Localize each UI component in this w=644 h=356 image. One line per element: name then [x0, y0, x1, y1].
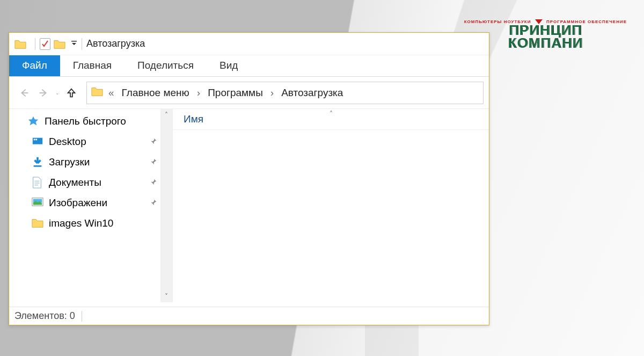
star-pin-icon — [27, 115, 39, 127]
svg-rect-3 — [35, 139, 37, 141]
sidebar-label: Загрузки — [49, 156, 90, 168]
desktop-icon — [32, 136, 43, 148]
sort-indicator-icon[interactable]: ˄ — [330, 110, 333, 118]
separator — [82, 311, 82, 322]
svg-rect-1 — [33, 138, 42, 144]
breadcrumb-overflow[interactable]: « — [108, 87, 114, 99]
breadcrumb-item[interactable]: Программы — [206, 86, 265, 100]
status-bar: Элементов: 0 — [9, 307, 489, 325]
tab-home[interactable]: Главная — [60, 55, 125, 76]
sidebar-label: Панель быстрого — [45, 115, 126, 127]
status-label: Элементов: — [14, 310, 67, 322]
pin-icon[interactable] — [150, 156, 157, 168]
column-label: Имя — [184, 113, 203, 125]
sidebar-item-downloads[interactable]: Загрузки — [9, 152, 172, 172]
document-icon — [32, 177, 43, 188]
sidebar-item-documents[interactable]: Документы — [9, 172, 172, 193]
properties-icon[interactable] — [40, 38, 50, 50]
tab-file[interactable]: Файл — [9, 55, 60, 76]
nav-forward-button[interactable] — [34, 83, 53, 103]
title-bar[interactable]: Автозагрузка — [9, 33, 489, 55]
breadcrumb-item[interactable]: Автозагрузка — [279, 86, 345, 100]
sidebar-label: Документы — [49, 177, 101, 188]
tab-view[interactable]: Вид — [207, 55, 251, 76]
separator — [35, 38, 35, 50]
svg-rect-0 — [71, 41, 77, 42]
nav-up-button[interactable] — [62, 83, 81, 103]
sidebar-scrollbar[interactable]: ˄ ˅ — [160, 109, 172, 302]
status-count: 0 — [70, 310, 75, 322]
tab-share[interactable]: Поделиться — [125, 55, 207, 76]
folder-icon — [14, 39, 26, 49]
file-list[interactable]: ˄ Имя — [173, 109, 489, 302]
folder-icon — [91, 86, 103, 99]
separator — [82, 38, 82, 50]
history-dropdown-icon[interactable]: ⌄ — [55, 90, 60, 96]
chevron-right-icon: › — [270, 87, 274, 99]
folder-icon — [32, 217, 43, 229]
picture-icon — [32, 197, 43, 209]
download-icon — [32, 156, 43, 168]
sidebar-quick-access[interactable]: Панель быстрого — [9, 111, 172, 132]
qat-dropdown-icon[interactable] — [71, 40, 77, 48]
explorer-window: Автозагрузка Файл Главная Поделиться Вид… — [9, 32, 489, 325]
pin-icon[interactable] — [150, 136, 157, 148]
sidebar-item-pictures[interactable]: Изображени — [9, 193, 172, 213]
address-bar[interactable]: « Главное меню › Программы › Автозагрузк… — [86, 82, 484, 104]
scroll-up-icon[interactable]: ˄ — [160, 109, 172, 121]
scroll-down-icon[interactable]: ˅ — [160, 290, 172, 302]
nav-back-button[interactable] — [14, 83, 34, 103]
ribbon-tabs: Файл Главная Поделиться Вид — [9, 55, 489, 77]
sidebar-label: images Win10 — [49, 217, 113, 229]
sidebar-item-desktop[interactable]: Desktop — [9, 132, 172, 152]
breadcrumb-item[interactable]: Главное меню — [120, 86, 192, 100]
pin-icon[interactable] — [150, 197, 157, 209]
chevron-right-icon: › — [197, 87, 200, 99]
svg-rect-2 — [34, 139, 35, 141]
nav-bar: ⌄ « Главное меню › Программы › Автозагру… — [9, 77, 489, 109]
window-title: Автозагрузка — [86, 38, 145, 49]
folder-icon[interactable] — [54, 39, 65, 49]
pin-icon[interactable] — [150, 177, 157, 188]
sidebar-label: Desktop — [49, 136, 86, 148]
sidebar-label: Изображени — [49, 197, 107, 209]
sidebar-item-folder[interactable]: images Win10 — [9, 213, 172, 234]
sidebar: Панель быстрого Desktop Загрузки — [9, 109, 173, 302]
